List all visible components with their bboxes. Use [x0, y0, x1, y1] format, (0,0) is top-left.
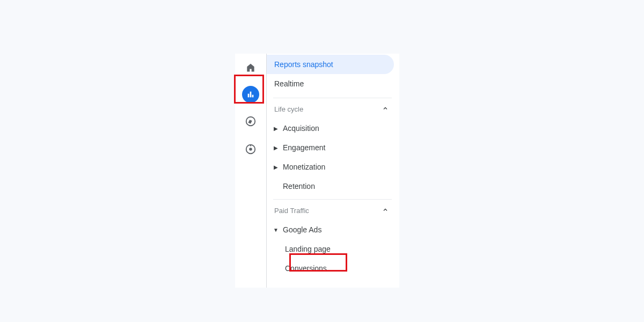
- nav-item-reports-snapshot[interactable]: Reports snapshot: [267, 55, 394, 74]
- caret-right-icon: ▶: [271, 145, 281, 151]
- caret-right-icon: ▶: [271, 164, 281, 170]
- tree-life-cycle: ▶ Acquisition ▶ Engagement ▶ Monetizatio…: [267, 114, 399, 196]
- tree-item-google-ads[interactable]: ▼ Google Ads: [267, 220, 399, 239]
- section-head-paid-traffic[interactable]: Paid Traffic: [267, 205, 399, 216]
- tree-item-monetization[interactable]: ▶ Monetization: [267, 157, 399, 177]
- admin-icon[interactable]: [239, 140, 262, 159]
- explore-icon[interactable]: [239, 112, 262, 131]
- tree-item-acquisition[interactable]: ▶ Acquisition: [267, 119, 399, 138]
- nav-top: Reports snapshot Realtime: [267, 55, 399, 94]
- chevron-up-icon: [382, 105, 389, 113]
- nav-item-label: Reports snapshot: [274, 60, 333, 69]
- tree-item-label: Engagement: [283, 143, 325, 152]
- tree-item-label: Monetization: [283, 163, 325, 171]
- tree-item-engagement[interactable]: ▶ Engagement: [267, 138, 399, 157]
- svg-rect-2: [252, 95, 254, 98]
- svg-point-5: [249, 148, 252, 151]
- svg-rect-0: [248, 94, 250, 98]
- section-head-life-cycle[interactable]: Life cycle: [267, 104, 399, 114]
- chevron-up-icon: [382, 207, 389, 215]
- section-life-cycle: Life cycle ▶ Acquisition ▶ Engagement ▶ …: [267, 98, 399, 200]
- home-icon[interactable]: [239, 58, 262, 77]
- section-paid-traffic: Paid Traffic ▼ Google Ads Landing page C…: [267, 200, 399, 278]
- reports-navigation-panel: Reports snapshot Realtime Life cycle ▶ A…: [235, 54, 399, 288]
- caret-right-icon: ▶: [271, 126, 281, 131]
- caret-down-icon: ▼: [271, 227, 281, 233]
- tree-item-label: Acquisition: [283, 124, 319, 133]
- nav-item-label: Realtime: [274, 79, 304, 88]
- section-title: Life cycle: [274, 105, 303, 113]
- tree-item-retention[interactable]: Retention: [267, 177, 399, 196]
- reports-icon[interactable]: [242, 86, 259, 103]
- tree-item-label: Google Ads: [283, 225, 321, 234]
- nav-column: Reports snapshot Realtime Life cycle ▶ A…: [267, 54, 399, 288]
- svg-rect-1: [250, 92, 252, 98]
- tree-item-label: Retention: [283, 182, 315, 191]
- tree-item-landing-page[interactable]: Landing page: [267, 239, 399, 259]
- icon-rail: [235, 54, 267, 288]
- tree-item-label: Landing page: [285, 245, 331, 253]
- nav-item-realtime[interactable]: Realtime: [267, 74, 399, 93]
- section-title: Paid Traffic: [274, 207, 309, 215]
- tree-item-conversions[interactable]: Conversions: [267, 259, 399, 278]
- tree-item-label: Conversions: [285, 264, 327, 273]
- tree-paid-traffic: ▼ Google Ads Landing page Conversions: [267, 216, 399, 278]
